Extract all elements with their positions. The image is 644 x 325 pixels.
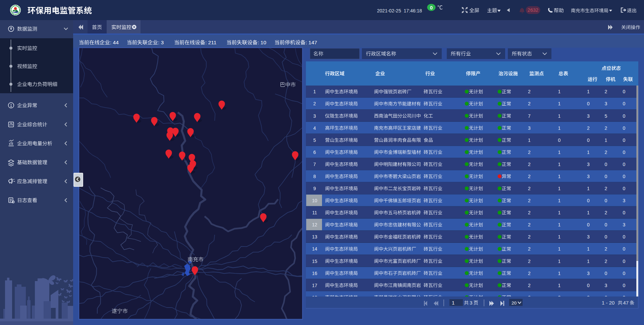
- svg-text:10: 10: [312, 198, 317, 203]
- svg-text:9: 9: [313, 186, 316, 191]
- svg-text:2: 2: [604, 125, 607, 131]
- svg-text:3: 3: [623, 198, 625, 203]
- svg-text:1: 1: [587, 210, 590, 215]
- svg-text:1: 1: [558, 101, 561, 106]
- svg-text:20: 20: [512, 301, 517, 306]
- svg-text:0: 0: [604, 234, 607, 239]
- svg-text:0: 0: [587, 222, 590, 227]
- svg-text:2: 2: [604, 246, 607, 252]
- svg-text:1: 1: [587, 150, 590, 155]
- svg-text:1: 1: [587, 186, 590, 191]
- svg-text:1: 1: [558, 271, 561, 276]
- svg-text:1: 1: [558, 150, 561, 155]
- svg-text:0: 0: [587, 101, 590, 106]
- svg-text:: 3: : 3: [158, 40, 164, 45]
- svg-text:2: 2: [528, 150, 531, 155]
- svg-text:2: 2: [528, 234, 531, 239]
- svg-text:1 - 20: 1 - 20: [602, 300, 614, 306]
- svg-text:8: 8: [313, 174, 316, 179]
- svg-text:14: 14: [312, 246, 317, 252]
- svg-text:1: 1: [558, 234, 561, 239]
- svg-text:: 44: : 44: [110, 40, 119, 45]
- svg-text:2: 2: [528, 271, 531, 276]
- svg-text:0: 0: [623, 113, 625, 119]
- svg-text:0: 0: [623, 234, 625, 239]
- svg-text:4: 4: [313, 125, 316, 131]
- svg-text:3: 3: [587, 174, 590, 179]
- svg-text:2: 2: [528, 174, 531, 179]
- svg-text:3: 3: [604, 283, 607, 288]
- svg-text:3: 3: [587, 234, 590, 239]
- svg-text:2: 2: [604, 89, 607, 94]
- svg-text:2: 2: [604, 186, 607, 191]
- svg-text:2: 2: [587, 125, 590, 131]
- svg-text:0: 0: [587, 138, 590, 143]
- svg-text:1: 1: [558, 174, 561, 179]
- svg-text:: 147: : 147: [306, 40, 317, 45]
- svg-text:: 10: : 10: [258, 40, 266, 45]
- svg-text:0: 0: [604, 198, 607, 203]
- svg-text:0: 0: [604, 162, 607, 167]
- svg-text:2: 2: [528, 246, 531, 252]
- svg-text:1: 1: [587, 246, 590, 252]
- svg-text:1: 1: [558, 186, 561, 191]
- svg-text:0: 0: [623, 186, 625, 191]
- svg-text:2: 2: [528, 222, 531, 227]
- svg-text:3: 3: [604, 101, 607, 106]
- svg-text:1: 1: [558, 89, 561, 94]
- svg-text:0: 0: [623, 271, 625, 276]
- svg-text:0: 0: [587, 283, 590, 288]
- svg-text:3: 3: [528, 125, 531, 131]
- svg-text:1: 1: [558, 162, 561, 167]
- svg-text:47: 47: [623, 300, 629, 306]
- svg-text:0: 0: [623, 162, 625, 167]
- svg-text:2: 2: [528, 259, 531, 264]
- svg-text:0: 0: [623, 125, 625, 131]
- svg-text:2: 2: [313, 101, 316, 106]
- svg-text:2: 2: [604, 150, 607, 155]
- svg-text:2021-02-25 17:46:18: 2021-02-25 17:46:18: [377, 8, 422, 13]
- svg-text:3: 3: [623, 222, 625, 227]
- svg-text:0: 0: [558, 138, 561, 143]
- svg-text:0: 0: [623, 174, 625, 179]
- svg-text:: 211: : 211: [205, 40, 216, 45]
- svg-text:3: 3: [313, 113, 316, 119]
- svg-text:1: 1: [558, 222, 561, 227]
- svg-text:1: 1: [558, 198, 561, 203]
- svg-text:3: 3: [587, 271, 590, 276]
- svg-text:0: 0: [587, 198, 590, 203]
- svg-text:2: 2: [528, 162, 531, 167]
- svg-text:2: 2: [528, 283, 531, 288]
- svg-text:2: 2: [528, 186, 531, 191]
- svg-text:2: 2: [604, 210, 607, 215]
- svg-text:3: 3: [587, 113, 590, 119]
- svg-text:0: 0: [623, 210, 625, 215]
- svg-text:2: 2: [528, 210, 531, 215]
- svg-text:1: 1: [587, 259, 590, 264]
- svg-text:7: 7: [528, 113, 531, 119]
- svg-text:2: 2: [604, 259, 607, 264]
- svg-text:0: 0: [604, 174, 607, 179]
- svg-text:0: 0: [604, 222, 607, 227]
- svg-text:5: 5: [604, 113, 607, 119]
- svg-text:2: 2: [528, 89, 531, 94]
- svg-text:1: 1: [558, 259, 561, 264]
- svg-text:13: 13: [312, 234, 317, 239]
- svg-text:11: 11: [312, 210, 317, 215]
- svg-text:0: 0: [623, 138, 625, 143]
- svg-text:5: 5: [313, 138, 316, 143]
- svg-text:2: 2: [528, 101, 531, 106]
- svg-text:16: 16: [312, 271, 317, 276]
- svg-text:0: 0: [623, 101, 625, 106]
- svg-text:0: 0: [623, 246, 625, 252]
- svg-text:6: 6: [313, 150, 316, 155]
- svg-text:1: 1: [558, 210, 561, 215]
- svg-text:1: 1: [558, 125, 561, 131]
- svg-text:0: 0: [623, 283, 625, 288]
- svg-text:12: 12: [312, 222, 317, 227]
- svg-text:2632: 2632: [528, 7, 538, 13]
- svg-text:7: 7: [313, 162, 316, 167]
- svg-text:1: 1: [558, 283, 561, 288]
- svg-text:0: 0: [430, 5, 433, 10]
- svg-text:0: 0: [623, 259, 625, 264]
